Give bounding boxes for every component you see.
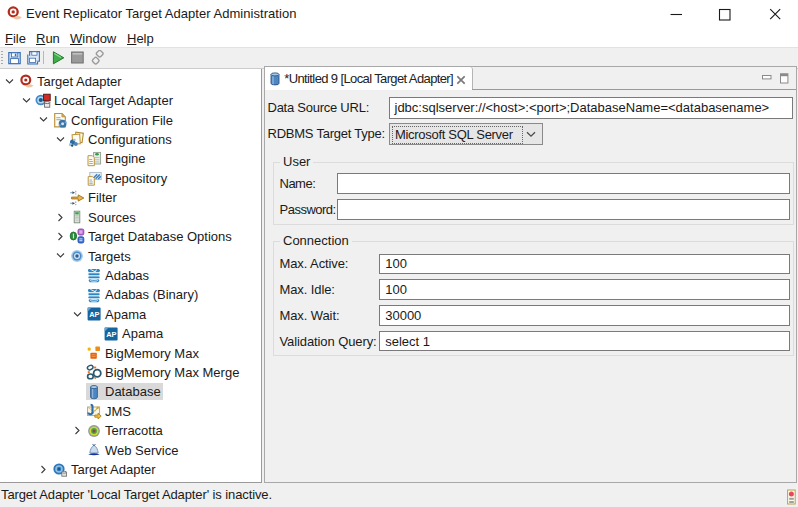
svg-text:AP: AP: [106, 330, 116, 339]
svg-text:AP: AP: [89, 310, 99, 319]
